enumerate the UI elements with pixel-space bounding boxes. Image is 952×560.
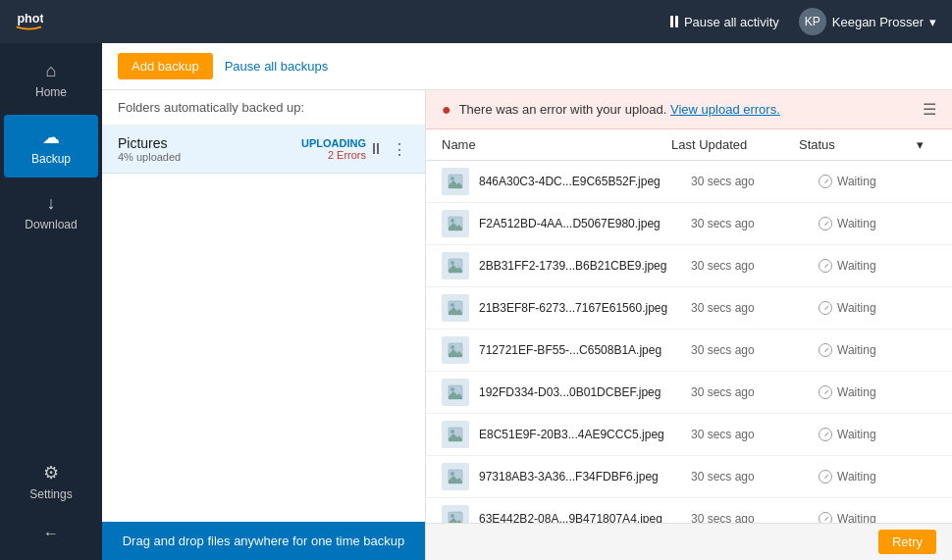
- sidebar-bottom: ⚙ Settings ←: [0, 448, 102, 560]
- file-thumbnail: [442, 210, 469, 237]
- waiting-icon: [819, 428, 832, 441]
- sidebar-collapse-button[interactable]: ←: [0, 515, 102, 552]
- backup-icon: ☁: [42, 127, 60, 148]
- svg-point-11: [450, 303, 454, 307]
- table-row: E8C51E9F-20B3...4AE9CCC5.jpeg 30 secs ag…: [426, 414, 952, 456]
- file-status: Waiting: [819, 512, 936, 523]
- table-row: F2A512BD-4AA...D5067E980.jpeg 30 secs ag…: [426, 203, 952, 245]
- svg-point-14: [450, 345, 454, 349]
- user-menu-button[interactable]: KP Keegan Prosser ▾: [799, 8, 936, 35]
- sidebar-item-label-settings: Settings: [29, 487, 72, 501]
- file-updated: 30 secs ago: [691, 385, 819, 399]
- file-status: Waiting: [819, 428, 936, 441]
- file-status: Waiting: [819, 301, 936, 315]
- svg-point-23: [450, 472, 454, 476]
- file-name: 2BB31FF2-1739...B6B21CBE9.jpeg: [479, 259, 691, 273]
- file-thumbnail: [442, 294, 469, 322]
- file-table-header: Name Last Updated Status ▾: [426, 129, 952, 161]
- waiting-icon: [819, 301, 832, 315]
- waiting-icon: [819, 343, 832, 357]
- folder-progress: 4% uploaded: [118, 151, 301, 163]
- file-name: 192FD334-D03...0B01DCBEF.jpeg: [479, 385, 691, 399]
- waiting-icon: [819, 175, 832, 188]
- collapse-icon: ←: [43, 525, 59, 542]
- error-text-content: There was an error with your upload.: [459, 102, 667, 117]
- folder-info: Pictures 4% uploaded: [118, 135, 301, 163]
- file-updated: 30 secs ago: [691, 301, 819, 315]
- file-name: 846A30C3-4DC...E9C65B52F.jpeg: [479, 175, 691, 188]
- table-row: 712721EF-BF55-...C6508B1A.jpeg 30 secs a…: [426, 330, 952, 372]
- sidebar-item-label-download: Download: [25, 218, 77, 231]
- file-thumbnail: [442, 336, 469, 364]
- sidebar-item-settings[interactable]: ⚙ Settings: [4, 450, 98, 513]
- main-layout: ⌂ Home ☁ Backup ↓ Download ⚙ Settings ← …: [0, 43, 952, 560]
- file-status: Waiting: [819, 343, 936, 357]
- svg-point-17: [450, 387, 454, 391]
- waiting-icon: [819, 259, 832, 273]
- pause-all-activity-button[interactable]: Pause all activity: [670, 15, 779, 29]
- error-banner: ● There was an error with your upload. V…: [426, 90, 952, 129]
- file-updated: 30 secs ago: [691, 343, 819, 357]
- svg-point-8: [450, 261, 454, 265]
- file-thumbnail: [442, 252, 469, 280]
- sidebar-item-home[interactable]: ⌂ Home: [4, 49, 98, 111]
- user-name: Keegan Prosser: [832, 15, 924, 29]
- svg-point-2: [450, 177, 454, 180]
- file-name: F2A512BD-4AA...D5067E980.jpeg: [479, 217, 691, 230]
- folder-actions: ⏸ ⋮: [366, 138, 409, 161]
- file-updated: 30 secs ago: [691, 470, 819, 484]
- drag-drop-label: Drag and drop files anywhere for one tim…: [102, 522, 425, 560]
- file-status: Waiting: [819, 175, 936, 188]
- folder-status-info: UPLOADING 2 Errors: [301, 137, 366, 161]
- file-name: 63E442B2-08A...9B471807A4.jpeg: [479, 512, 691, 523]
- content-area: Add backup Pause all backups Folders aut…: [102, 43, 952, 560]
- file-updated: 30 secs ago: [691, 428, 819, 441]
- uploading-badge: UPLOADING: [301, 137, 366, 149]
- sidebar-item-label-home: Home: [35, 85, 67, 99]
- sidebar-item-download[interactable]: ↓ Download: [4, 181, 98, 243]
- amazon-logo-icon: photos: [16, 8, 43, 35]
- logo: photos: [16, 8, 43, 35]
- left-panel-spacer: [102, 174, 425, 522]
- file-thumbnail: [442, 421, 469, 448]
- file-status: Waiting: [819, 470, 936, 484]
- file-thumbnail: [442, 379, 469, 406]
- file-updated: 30 secs ago: [691, 512, 819, 523]
- right-panel: ● There was an error with your upload. V…: [426, 90, 952, 560]
- view-upload-errors-link[interactable]: View upload errors.: [670, 102, 780, 117]
- add-backup-button[interactable]: Add backup: [118, 53, 213, 79]
- folder-more-button[interactable]: ⋮: [390, 138, 409, 161]
- chevron-down-icon: ▾: [929, 15, 936, 29]
- error-banner-list-button[interactable]: ☰: [923, 100, 936, 119]
- folder-status: UPLOADING 2 Errors: [301, 137, 366, 161]
- file-name: 21B3EF8F-6273...7167E61560.jpeg: [479, 301, 691, 315]
- file-thumbnail: [442, 168, 469, 195]
- topbar-right: Pause all activity KP Keegan Prosser ▾: [670, 8, 936, 35]
- col-status-header: Status: [799, 137, 917, 152]
- file-updated: 30 secs ago: [691, 259, 819, 273]
- col-updated-header: Last Updated: [671, 137, 799, 152]
- file-status: Waiting: [819, 217, 936, 230]
- content-topbar: Add backup Pause all backups: [102, 43, 952, 90]
- pause-all-backups-button[interactable]: Pause all backups: [225, 59, 329, 74]
- pause-all-label: Pause all activity: [684, 15, 779, 29]
- file-name: 712721EF-BF55-...C6508B1A.jpeg: [479, 343, 691, 357]
- topbar: photos Pause all activity KP Keegan Pros…: [0, 0, 952, 43]
- home-icon: ⌂: [46, 61, 57, 81]
- sidebar: ⌂ Home ☁ Backup ↓ Download ⚙ Settings ←: [0, 43, 102, 560]
- file-name: E8C51E9F-20B3...4AE9CCC5.jpeg: [479, 428, 691, 441]
- folder-pause-button[interactable]: ⏸: [366, 138, 386, 160]
- sidebar-item-backup[interactable]: ☁ Backup: [4, 115, 98, 178]
- table-row: 846A30C3-4DC...E9C65B52F.jpeg 30 secs ag…: [426, 161, 952, 203]
- waiting-icon: [819, 217, 832, 230]
- file-status: Waiting: [819, 259, 936, 273]
- waiting-icon: [819, 470, 832, 484]
- avatar: KP: [799, 8, 826, 35]
- svg-point-26: [450, 514, 454, 518]
- folder-name: Pictures: [118, 135, 301, 151]
- waiting-icon: [819, 512, 832, 523]
- file-thumbnail: [442, 463, 469, 490]
- file-name: 97318AB3-3A36...F34FDBF6.jpeg: [479, 470, 691, 484]
- retry-button[interactable]: Retry: [878, 530, 936, 554]
- col-name-header: Name: [442, 137, 671, 152]
